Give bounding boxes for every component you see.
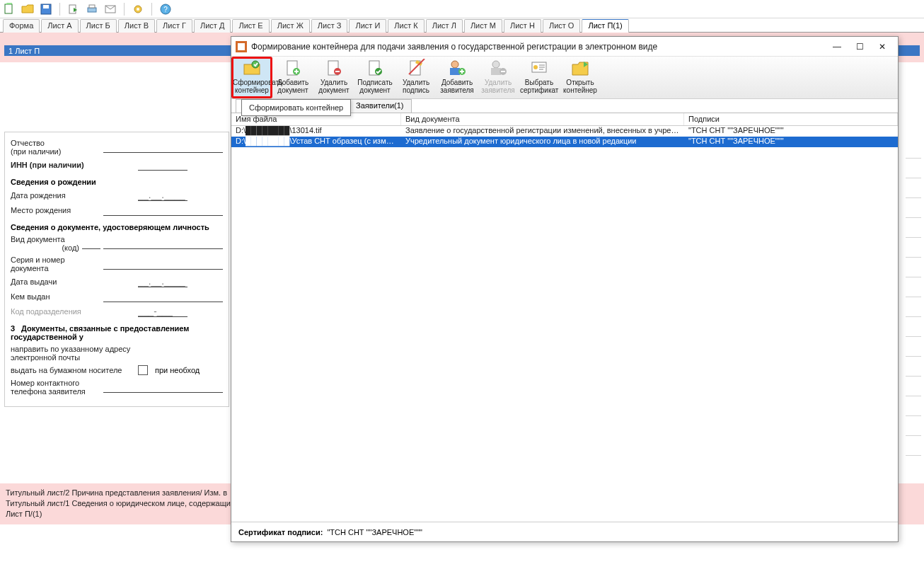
minimize-button[interactable]: —	[826, 40, 848, 54]
sheet-tabs: ФормаЛист АЛист БЛист ВЛист ГЛист ДЛист …	[0, 18, 924, 33]
tab-Лист И[interactable]: Лист И	[349, 19, 386, 33]
svg-rect-5	[89, 5, 95, 8]
close-button[interactable]: ✕	[871, 40, 894, 54]
save-icon[interactable]	[40, 3, 52, 16]
toolbar-del-sign[interactable]: Удалитьподпись	[395, 57, 437, 98]
tooltip: Сформировать контейнер	[241, 99, 351, 116]
tab-Лист Б[interactable]: Лист Б	[80, 19, 117, 33]
label-doc-issue: Дата выдачи	[11, 277, 138, 286]
tab-Лист М[interactable]: Лист М	[464, 19, 502, 33]
tab-Лист Д[interactable]: Лист Д	[194, 19, 231, 33]
cert-label: Сертификат подписи:	[238, 528, 323, 536]
input-doc-type[interactable]	[103, 238, 223, 249]
label-inn: ИНН (при наличии)	[11, 161, 138, 169]
section-birth: Сведения о рождении	[11, 178, 223, 186]
svg-point-14	[252, 61, 259, 68]
tab-Лист Н[interactable]: Лист Н	[504, 19, 541, 33]
tab-Форма[interactable]: Форма	[3, 19, 40, 33]
input-doc-issue[interactable]	[138, 276, 187, 287]
label-send-email: направить по указанному адресу электронн…	[11, 345, 138, 362]
modal-tab[interactable]: Заявители(1)	[348, 99, 411, 113]
input-doc-issuer[interactable]	[103, 291, 223, 302]
toolbar-add-appl[interactable]: Добавитьзаявителя	[437, 57, 478, 98]
form-pane: Отчество (при наличии) ИНН (при наличии)…	[4, 132, 229, 407]
toolbar-sel-cert[interactable]: Выбратьсертификат	[519, 57, 560, 98]
input-contact[interactable]	[103, 381, 223, 393]
app-icon	[236, 41, 247, 52]
separator	[151, 3, 152, 16]
grid-area: Имя файла Вид документа Подписи D:\█████…	[231, 113, 898, 523]
toolbar-del-doc[interactable]: Удалитьдокумент	[313, 57, 354, 98]
help-icon[interactable]: ?	[159, 3, 172, 16]
toolbar-add-doc[interactable]: Добавитьдокумент	[272, 57, 313, 98]
open-icon[interactable]	[21, 3, 34, 16]
cert-bar: Сертификат подписи: "ТСН СНТ ""ЗАРЕЧНОЕ"…	[231, 522, 898, 541]
main-toolbar: ?	[0, 0, 924, 18]
label-doc-issuer: Кем выдан	[11, 292, 103, 301]
cert-value: "ТСН СНТ ""ЗАРЕЧНОЕ"""	[327, 528, 422, 536]
svg-point-22	[451, 61, 458, 68]
svg-rect-12	[238, 43, 245, 50]
grid-header-kind[interactable]: Вид документа	[401, 113, 684, 125]
table-row[interactable]: D:\████████\Устав СНТ образец (с изменен…	[231, 137, 898, 147]
input-otchestvo[interactable]	[103, 142, 223, 153]
tab-Лист О[interactable]: Лист О	[543, 19, 581, 33]
label-doc-series: Серия и номер документа	[11, 256, 103, 272]
export-icon[interactable]	[67, 3, 80, 16]
toolbar-form-container[interactable]: Сформироватьконтейнер	[231, 57, 272, 98]
label-paper-tail: при необход	[155, 366, 200, 374]
tab-Лист А[interactable]: Лист А	[41, 19, 78, 33]
input-birth-date[interactable]	[138, 190, 187, 201]
svg-point-8	[137, 8, 139, 11]
checkbox-paper[interactable]	[138, 365, 148, 375]
separator	[124, 3, 125, 16]
input-birth-place[interactable]	[103, 205, 223, 216]
input-doc-code[interactable]	[82, 238, 100, 249]
modal-title: Формирование контейнера для подачи заявл…	[251, 42, 826, 52]
right-rows	[906, 139, 921, 456]
toolbar-open-container[interactable]: Открытьконтейнер	[560, 57, 601, 98]
svg-rect-0	[5, 4, 12, 13]
svg-point-25	[492, 61, 499, 68]
input-doc-subdiv[interactable]	[138, 306, 187, 317]
toolbar-sign-doc[interactable]: Подписатьдокумент	[354, 57, 395, 98]
print-icon[interactable]	[86, 3, 98, 16]
modal-titlebar[interactable]: Формирование контейнера для подачи заявл…	[231, 37, 898, 57]
grid-header-sign[interactable]: Подписи	[684, 113, 898, 125]
maximize-button[interactable]: ☐	[848, 40, 871, 54]
tab-Лист З[interactable]: Лист З	[311, 19, 348, 33]
toolbar-del-appl: Удалитьзаявителя	[478, 57, 519, 98]
tab-Лист Е[interactable]: Лист Е	[232, 19, 269, 33]
tab-Лист К[interactable]: Лист К	[388, 19, 424, 33]
svg-rect-4	[88, 8, 96, 12]
label-paper: выдать на бумажном носителе	[11, 366, 138, 374]
label-birth-date: Дата рождения	[11, 191, 138, 200]
tab-Лист В[interactable]: Лист В	[118, 19, 155, 33]
svg-point-29	[533, 65, 538, 69]
section-3: 3 Документы, связанные с предоставлением…	[11, 324, 223, 341]
svg-rect-23	[450, 68, 460, 75]
table-row[interactable]: D:\████████\13014.tifЗаявление о государ…	[231, 126, 898, 137]
new-icon[interactable]	[3, 3, 16, 16]
tab-Лист Г[interactable]: Лист Г	[156, 19, 192, 33]
input-doc-series[interactable]	[103, 258, 223, 270]
label-birth-place: Место рождения	[11, 206, 103, 214]
tab-Лист Л[interactable]: Лист Л	[426, 19, 463, 33]
label-doc-subdiv: Код подразделения	[11, 307, 138, 316]
svg-rect-26	[491, 68, 501, 75]
input-inn[interactable]	[138, 159, 187, 171]
svg-text:?: ?	[163, 6, 168, 13]
label-otchestvo: Отчество (при наличии)	[11, 139, 103, 156]
svg-rect-2	[43, 5, 49, 8]
modal-container: Формирование контейнера для подачи заявл…	[231, 36, 899, 542]
tab-Лист П(1)[interactable]: Лист П(1)	[582, 19, 628, 33]
label-contact: Номер контактного телефона заявителя	[11, 379, 103, 396]
settings-icon[interactable]	[132, 3, 144, 16]
email-icon[interactable]	[104, 3, 117, 16]
tab-Лист Ж[interactable]: Лист Ж	[271, 19, 310, 33]
separator	[59, 3, 60, 16]
section-doc: Сведения о документе, удостоверяющем лич…	[11, 223, 223, 231]
modal-toolbar: СформироватьконтейнерДобавитьдокументУда…	[231, 57, 898, 99]
label-doc-type: Вид документа (код)	[11, 235, 82, 252]
